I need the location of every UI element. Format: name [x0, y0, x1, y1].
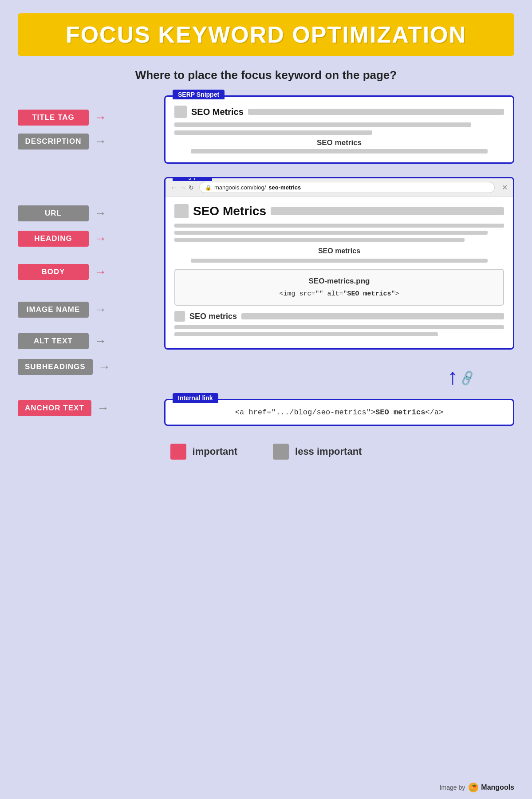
close-icon: ✕	[502, 183, 508, 192]
page-title: FOCUS KEYWORD OPTIMIZATION	[31, 21, 501, 48]
description-badge: DESCRIPTION	[18, 134, 89, 150]
image-name-arrow: →	[94, 303, 106, 317]
legend-red-box	[170, 444, 186, 460]
anchor-label-wrapper: ANCHOR TEXT →	[18, 400, 160, 416]
serp-keyword: SEO metrics	[174, 138, 504, 147]
image-filename-keyword: SEO-metrics	[309, 277, 354, 285]
blog-box-label: Blog post	[173, 177, 212, 181]
internal-link-keyword: SEO metrics	[375, 408, 425, 417]
h1-text: SEO Metrics	[193, 204, 266, 218]
serp-title-text: SEO Metrics	[191, 107, 244, 117]
title-tag-arrow: →	[94, 110, 106, 125]
brand-name: Mangools	[481, 783, 514, 791]
legend-important: important	[170, 444, 237, 460]
browser-url-bar: 🔒 mangools.com/blog/seo-metrics	[199, 182, 495, 193]
legend-less-important: less important	[273, 444, 362, 460]
serp-snippet-box: SERP Snippet SEO Metrics SEO metrics	[164, 95, 514, 164]
alt-keyword: SEO metrics	[347, 290, 391, 298]
footer: Image by 🥭 Mangools	[440, 783, 514, 792]
body-line-2	[174, 231, 488, 235]
alt-text-arrow: →	[94, 334, 106, 348]
body-row: BODY →	[18, 254, 160, 290]
internal-link-box: Internal link <a href=".../blog/seo-metr…	[164, 399, 514, 426]
subtitle: Where to place the focus keyword on the …	[0, 68, 532, 82]
body-badge: BODY	[18, 264, 89, 280]
alt-text-code: <img src="" alt="SEO metrics">	[184, 290, 494, 298]
url-badge: URL	[18, 205, 89, 221]
subheading-icon	[174, 311, 185, 322]
description-arrow: →	[94, 134, 106, 149]
serp-desc-line-1	[174, 122, 471, 127]
subheading-filler	[241, 313, 504, 319]
url-base: mangools.com/blog/	[214, 184, 266, 191]
legend: important less important	[0, 444, 532, 460]
up-arrow-icon: ↑	[447, 366, 458, 388]
body-line-3	[174, 238, 465, 242]
serp-filler	[191, 149, 488, 154]
link-icon-area: ↑ 🔗	[447, 366, 474, 388]
blog-section: URL → HEADING → BODY → IMAGE NAME →	[18, 177, 514, 381]
brand-logo: 🥭 Mangools	[469, 783, 514, 792]
image-name-text: SEO-metrics.png	[184, 277, 494, 286]
heading-arrow: →	[94, 232, 106, 246]
legend-important-label: important	[193, 446, 237, 457]
description-row: DESCRIPTION →	[18, 134, 160, 150]
subheading-text: SEO metrics	[189, 312, 237, 321]
anchor-arrow: →	[97, 401, 109, 415]
url-arrow: →	[94, 206, 106, 220]
blog-content: SEO Metrics SEO metrics SEO-metrics.png …	[166, 197, 513, 348]
title-tag-badge: TITLE TAG	[18, 110, 89, 126]
blog-post-box: Blog post ← → ↻ 🔒 mangools.com/blog/seo-…	[164, 177, 514, 350]
url-keyword: seo-metrics	[268, 184, 301, 191]
back-icon: ←	[171, 184, 177, 191]
serp-title-filler	[248, 109, 504, 115]
sub-line-1	[174, 325, 504, 329]
browser-bar: ← → ↻ 🔒 mangools.com/blog/seo-metrics ✕	[166, 178, 513, 197]
blog-labels: URL → HEADING → BODY → IMAGE NAME →	[18, 177, 160, 381]
serp-favicon	[174, 106, 187, 118]
heading-row: HEADING →	[18, 223, 160, 254]
url-row: URL →	[18, 204, 160, 223]
serp-labels: TITLE TAG → DESCRIPTION →	[18, 110, 160, 150]
image-name-badge: IMAGE NAME	[18, 302, 89, 318]
internal-link-code: <a href=".../blog/seo-metrics">SEO metri…	[174, 408, 504, 417]
image-name-row: IMAGE NAME →	[18, 290, 160, 330]
subheadings-arrow: →	[98, 360, 110, 374]
subheading-row: SEO metrics	[174, 311, 504, 322]
browser-nav: ← → ↻	[171, 184, 194, 191]
body-keyword: SEO metrics	[174, 247, 504, 255]
heading-badge: HEADING	[18, 231, 89, 247]
legend-less-important-label: less important	[295, 446, 362, 457]
subheadings-row: SUBHEADINGS →	[18, 353, 160, 381]
title-tag-row: TITLE TAG →	[18, 110, 160, 126]
alt-text-badge: ALT TEXT	[18, 333, 89, 349]
chain-icon: 🔗	[458, 369, 477, 387]
image-box: SEO-metrics.png <img src="" alt="SEO met…	[174, 269, 504, 306]
image-by-text: Image by	[440, 784, 465, 791]
alt-text-row: ALT TEXT →	[18, 330, 160, 353]
refresh-icon: ↻	[189, 184, 194, 191]
h1-filler	[271, 207, 504, 215]
internal-link-section: ↑ 🔗 ANCHOR TEXT → Internal link <a href=…	[18, 390, 514, 426]
lock-icon: 🔒	[205, 185, 212, 191]
body-line-4	[191, 259, 488, 263]
legend-gray-box	[273, 444, 289, 460]
serp-box-label: SERP Snippet	[173, 90, 225, 99]
image-filename-ext: .png	[354, 277, 370, 285]
serp-desc-line-2	[174, 130, 372, 135]
body-arrow: →	[94, 265, 106, 279]
h1-icon	[174, 204, 189, 218]
serp-title-line: SEO Metrics	[174, 106, 504, 118]
header-banner: FOCUS KEYWORD OPTIMIZATION	[18, 13, 514, 56]
anchor-badge: ANCHOR TEXT	[18, 400, 91, 416]
forward-icon: →	[180, 184, 186, 191]
internal-box-label: Internal link	[173, 393, 218, 403]
body-line-1	[174, 224, 504, 228]
mango-icon: 🥭	[469, 783, 478, 792]
sub-line-2	[174, 332, 438, 336]
h1-row: SEO Metrics	[174, 204, 504, 218]
subheadings-badge: SUBHEADINGS	[18, 359, 93, 375]
anchor-label-row: ANCHOR TEXT → Internal link <a href="...…	[18, 390, 514, 426]
serp-section: TITLE TAG → DESCRIPTION → SERP Snippet S…	[18, 95, 514, 164]
